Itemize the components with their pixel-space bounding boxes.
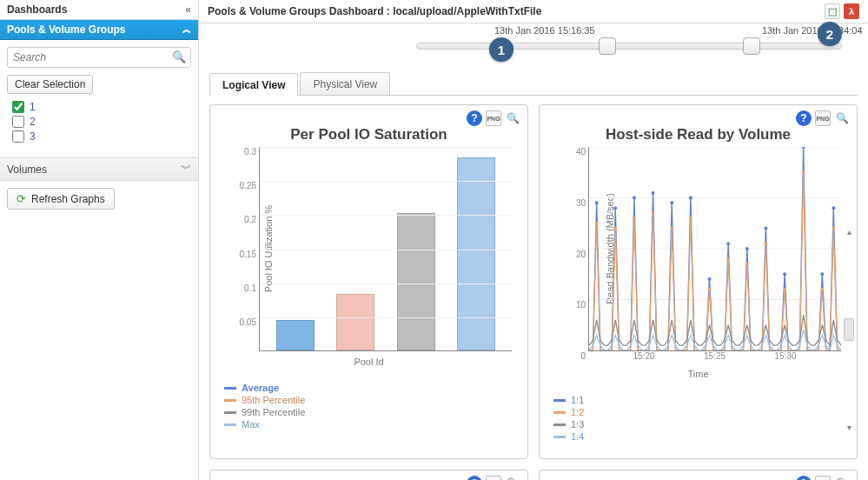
zoom-icon[interactable]: 🔍 (505, 110, 520, 126)
series-1:4 (589, 330, 841, 350)
svg-point-28 (764, 242, 767, 245)
x-tick: 15:25 (704, 351, 726, 361)
svg-point-19 (595, 222, 599, 225)
help-icon[interactable]: ? (467, 476, 482, 480)
help-icon[interactable]: ? (796, 476, 812, 480)
tab-logical-view[interactable]: Logical View (209, 73, 298, 96)
legend-scrollbar[interactable]: ▴ ▾ (843, 227, 855, 432)
svg-point-23 (670, 227, 673, 230)
svg-point-14 (764, 227, 767, 230)
refresh-label: Refresh Graphs (31, 193, 105, 205)
svg-point-18 (832, 206, 835, 210)
sidebar-section-pools[interactable]: Pools & Volume Groups ︽ (0, 20, 198, 40)
line-chart-title: Host-side Read by Volume (547, 126, 850, 143)
svg-point-24 (689, 217, 692, 220)
panel-pool-io-saturation: ? PNG 🔍 Per Pool IO Saturation Pool IO U… (209, 104, 528, 459)
export-csv-icon[interactable]: ⬚ (825, 3, 840, 19)
pool-checkbox-input-1[interactable] (12, 101, 24, 113)
pool-checkbox-label: 1 (30, 101, 36, 113)
pool-checkbox-3[interactable]: 3 (12, 130, 191, 143)
bar-x-axis-label: Pool Id (217, 357, 520, 367)
svg-point-10 (689, 197, 692, 200)
line-legend: 1:1 1:2 1:3 1:4 (553, 395, 850, 442)
bar-chart-title: Per Pool IO Saturation (217, 126, 520, 143)
line-x-axis-label: Time (547, 369, 850, 379)
svg-point-20 (613, 227, 617, 230)
svg-point-6 (613, 206, 617, 210)
volumes-label: Volumes (7, 163, 47, 176)
pool-checkbox-label: 3 (30, 130, 36, 143)
zoom-icon[interactable]: 🔍 (505, 476, 520, 480)
search-icon[interactable]: 🔍 (172, 50, 186, 63)
tab-physical-view[interactable]: Physical View (300, 72, 390, 95)
refresh-graphs-button[interactable]: ⟳ Refresh Graphs (7, 188, 115, 210)
refresh-icon: ⟳ (17, 192, 26, 205)
collapse-sidebar-icon[interactable]: « (185, 3, 191, 16)
help-icon[interactable]: ? (467, 110, 482, 126)
slider-handle-end[interactable] (743, 37, 760, 55)
slider-track[interactable] (416, 43, 842, 50)
scroll-up-icon[interactable]: ▴ (847, 227, 851, 237)
svg-point-21 (633, 217, 636, 220)
sidebar: Dashboards « Pools & Volume Groups ︽ 🔍 C… (0, 0, 199, 480)
help-icon[interactable]: ? (796, 110, 812, 126)
sidebar-header: Dashboards « (0, 0, 198, 20)
scroll-down-icon[interactable]: ▾ (847, 423, 851, 432)
svg-point-26 (726, 257, 730, 261)
view-tabs: Logical View Physical View (209, 72, 858, 96)
scroll-thumb[interactable] (844, 318, 854, 341)
step-badge-2: 2 (818, 22, 842, 46)
clear-selection-button[interactable]: Clear Selection (7, 75, 93, 94)
title-bar: Pools & Volume Groups Dashboard : local/… (199, 0, 868, 23)
export-png-icon[interactable]: PNG (815, 110, 831, 126)
pool-checkbox-1[interactable]: 1 (12, 101, 191, 113)
svg-point-29 (783, 288, 786, 291)
line-x-ticks: 15:2015:2515:30 (588, 351, 841, 363)
svg-point-11 (708, 277, 712, 281)
panel-stub-right: ? PNG 🔍 (539, 470, 858, 480)
x-tick: 15:30 (774, 351, 796, 361)
legend-s2: 1:2 (571, 407, 584, 417)
time-end-label: 13th Jan 2016 15:34:04 (762, 25, 863, 36)
line-chart: Read Bandwidth (MB/sec) 010203040 (588, 147, 841, 351)
volumes-section-header[interactable]: Volumes ︾ (0, 157, 198, 181)
pool-checkbox-label: 2 (30, 116, 36, 128)
x-tick: 15:20 (633, 351, 655, 361)
svg-point-17 (820, 272, 824, 276)
legend-s1: 1:1 (571, 395, 584, 405)
bar-99th-percentile (397, 213, 435, 350)
search-input[interactable] (7, 47, 191, 68)
slider-handle-start[interactable] (599, 37, 616, 55)
time-start-label: 13th Jan 2016 15:16:35 (494, 25, 595, 36)
svg-point-16 (802, 147, 805, 149)
export-png-icon[interactable]: PNG (815, 476, 831, 480)
page-title: Pools & Volume Groups Dashboard : local/… (208, 5, 541, 17)
pool-checkbox-2[interactable]: 2 (12, 116, 191, 128)
pool-checkbox-input-2[interactable] (12, 116, 24, 128)
chevron-up-icon: ︽ (182, 23, 191, 36)
bar-chart: Pool IO Utilization % 0.050.10.150.20.25… (259, 147, 512, 351)
svg-point-31 (820, 288, 824, 291)
svg-point-8 (652, 191, 655, 195)
series-1:2 (589, 172, 841, 350)
legend-p95: 95th Percentile (242, 395, 305, 405)
bar-average (276, 320, 315, 350)
export-pdf-icon[interactable]: λ (844, 3, 859, 19)
svg-point-32 (832, 227, 835, 230)
svg-point-9 (670, 201, 673, 204)
panel-host-read-volume: ? PNG 🔍 Host-side Read by Volume Read Ba… (539, 104, 858, 459)
legend-avg: Average (242, 383, 279, 393)
export-png-icon[interactable]: PNG (486, 110, 501, 126)
pool-checkbox-input-3[interactable] (12, 130, 24, 143)
svg-point-12 (726, 242, 730, 245)
zoom-icon[interactable]: 🔍 (834, 110, 850, 126)
time-slider[interactable]: 13th Jan 2016 15:16:35 13th Jan 2016 15:… (199, 23, 868, 72)
export-png-icon[interactable]: PNG (486, 476, 501, 480)
sidebar-section-label: Pools & Volume Groups (7, 23, 125, 36)
pool-checklist: 123 (7, 101, 191, 143)
bar-95th-percentile (336, 294, 374, 350)
svg-point-25 (708, 288, 712, 291)
zoom-icon[interactable]: 🔍 (834, 476, 850, 480)
svg-point-13 (745, 247, 749, 250)
sidebar-title: Dashboards (7, 3, 67, 16)
